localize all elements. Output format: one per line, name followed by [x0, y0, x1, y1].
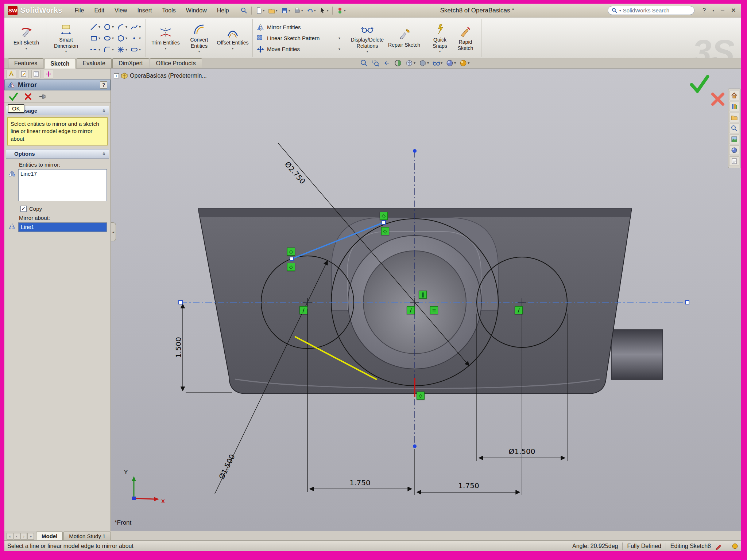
cancel-button[interactable]	[24, 93, 32, 101]
mirror-about-field[interactable]: Line1	[18, 222, 107, 232]
quick-snaps-button[interactable]: Quick Snaps ▾	[427, 22, 453, 54]
fillet-tool[interactable]: ▾	[102, 46, 116, 54]
apply-scene-button[interactable]: ▾	[459, 59, 469, 67]
relation-icon-mirror-3[interactable]: ◇	[287, 248, 295, 256]
zoom-area-button[interactable]	[371, 59, 379, 67]
trim-entities-button[interactable]: Trim Entities ▾	[149, 25, 182, 51]
confirm-ok-icon[interactable]	[689, 74, 710, 93]
resources-home-icon[interactable]	[729, 91, 739, 100]
arc-tool[interactable]: ▾	[116, 23, 129, 31]
copy-checkbox[interactable]: ✓	[20, 206, 27, 212]
dimension-1750-right[interactable]: 1.750	[458, 481, 479, 490]
linear-sketch-pattern-button[interactable]: Linear Sketch Pattern ▾	[256, 34, 341, 43]
tab-dimxpert[interactable]: DimXpert	[112, 58, 149, 68]
section-view-button[interactable]	[394, 59, 402, 67]
menu-edit[interactable]: Edit	[90, 6, 109, 15]
tab-scroll-first[interactable]: «	[7, 533, 13, 540]
relation-icon-coincident-right[interactable]: /	[515, 306, 523, 314]
rapid-sketch-button[interactable]: Rapid Sketch	[453, 24, 478, 52]
entities-to-mirror-list[interactable]: Line17	[18, 169, 107, 201]
propertymanager-tab[interactable]	[19, 70, 28, 78]
close-button[interactable]: ✕	[729, 7, 738, 14]
menu-window[interactable]: Window	[182, 6, 211, 15]
tab-scroll-last[interactable]: »	[27, 533, 34, 540]
previous-view-button[interactable]	[383, 59, 391, 67]
panel-splitter-handle[interactable]: ◂	[111, 222, 116, 241]
construction-point-tool[interactable]: ▾	[116, 46, 129, 54]
new-document-button[interactable]: ▾	[254, 6, 266, 15]
help-caret-icon[interactable]: ▾	[711, 9, 716, 12]
undo-button[interactable]: ▾	[305, 6, 317, 15]
minimize-button[interactable]: –	[719, 7, 725, 14]
mirror-entities-button[interactable]: Mirror Entities	[256, 23, 341, 32]
view-palette-icon[interactable]	[729, 135, 739, 144]
relation-icon-mirror-2[interactable]: ◇	[381, 227, 389, 235]
slot-tool[interactable]: ▾	[129, 46, 143, 54]
rebuild-button[interactable]: ▾	[335, 6, 347, 15]
relation-icon-mirror-5[interactable]: ◇	[417, 392, 425, 400]
tab-office-products[interactable]: Office Products	[150, 58, 202, 68]
help-button[interactable]: ?	[701, 7, 707, 14]
options-section-header[interactable]: Options «	[6, 149, 109, 159]
mirror-about-value[interactable]: Line1	[19, 223, 107, 232]
move-entities-button[interactable]: Move Entities ▾	[256, 45, 341, 54]
tab-motion-study[interactable]: Motion Study 1	[63, 532, 111, 540]
menu-insert[interactable]: Insert	[133, 6, 156, 15]
display-delete-relations-button[interactable]: Display/Delete Relations ▾	[347, 22, 387, 54]
tab-model[interactable]: Model	[36, 532, 63, 540]
panel-help-button[interactable]: ?	[100, 81, 107, 89]
relation-icon-mirror-4[interactable]: ◇	[287, 263, 295, 271]
list-item[interactable]: Line17	[20, 171, 105, 177]
design-library-icon[interactable]	[729, 102, 739, 111]
point-tool[interactable]: ▾	[129, 34, 143, 42]
featuremanager-tab[interactable]	[7, 70, 16, 78]
dimension-vertical-1500[interactable]: 1.500	[174, 337, 183, 358]
file-explorer-icon[interactable]	[729, 113, 739, 122]
convert-entities-button[interactable]: Convert Entities ▾	[182, 22, 216, 54]
tab-scroll-next[interactable]: ›	[20, 533, 27, 540]
collapse-icon[interactable]: «	[101, 109, 107, 112]
dimension-1750-left[interactable]: 1.750	[349, 478, 370, 487]
collapse-icon[interactable]: «	[101, 152, 107, 155]
pin-button[interactable]	[38, 93, 47, 101]
configurationmanager-tab[interactable]	[31, 70, 41, 78]
menu-file[interactable]: File	[70, 6, 89, 15]
polygon-tool[interactable]: ▾	[116, 34, 129, 42]
repair-sketch-button[interactable]: Repair Sketch	[387, 27, 421, 49]
relation-icon-equal[interactable]: =	[430, 306, 438, 314]
relation-icon-vertical[interactable]: ∥	[419, 291, 427, 299]
search-input[interactable]: ▾ SolidWorks Search	[608, 6, 694, 15]
tab-sketch[interactable]: Sketch	[44, 59, 76, 69]
part-name[interactable]: OperaBasicas (Predetermin...	[130, 73, 207, 79]
search-pane-icon[interactable]	[729, 124, 739, 133]
print-button[interactable]: ▾	[293, 6, 304, 15]
hide-show-items-button[interactable]: ▾	[432, 59, 442, 67]
exit-sketch-button[interactable]: Exit Sketch ▾	[9, 25, 43, 51]
menu-view[interactable]: View	[110, 6, 131, 15]
menu-help[interactable]: Help	[213, 6, 233, 15]
circle-tool[interactable]: ▾	[102, 23, 116, 31]
tab-evaluate[interactable]: Evaluate	[77, 58, 112, 68]
centerline-tool[interactable]: ▾	[89, 46, 102, 54]
relation-icon-mirror-1[interactable]: ◇	[380, 212, 388, 220]
smart-dimension-button[interactable]: Smart Dimension ▾	[49, 22, 83, 54]
quick-tips-icon[interactable]	[732, 543, 738, 549]
view-orientation-button[interactable]: ▾	[405, 59, 415, 67]
dimension-diameter-1500-right[interactable]: Ø1.500	[509, 447, 535, 456]
ok-button[interactable]	[9, 92, 18, 101]
tree-expand-icon[interactable]: +	[114, 73, 119, 78]
edit-appearance-button[interactable]: ▾	[446, 59, 456, 67]
line-tool[interactable]: ▾	[89, 23, 102, 31]
tab-features[interactable]: Features	[8, 58, 43, 68]
offset-entities-button[interactable]: Offset Entities ▾	[216, 25, 249, 51]
zoom-fit-button[interactable]	[360, 59, 368, 67]
graphics-viewport[interactable]: + OperaBasicas (Predetermin... Ø2.750 1.…	[111, 69, 741, 531]
menu-tools[interactable]: Tools	[158, 6, 180, 15]
save-button[interactable]: ▾	[280, 6, 291, 15]
custom-properties-icon[interactable]	[729, 156, 739, 166]
search-caret-icon[interactable]: ▾	[619, 9, 621, 12]
ellipse-tool[interactable]: ▾	[102, 34, 116, 42]
dimxpertmanager-tab[interactable]	[44, 70, 53, 78]
search-selection-icon[interactable]	[239, 6, 249, 15]
rectangle-tool[interactable]: ▾	[89, 34, 102, 42]
